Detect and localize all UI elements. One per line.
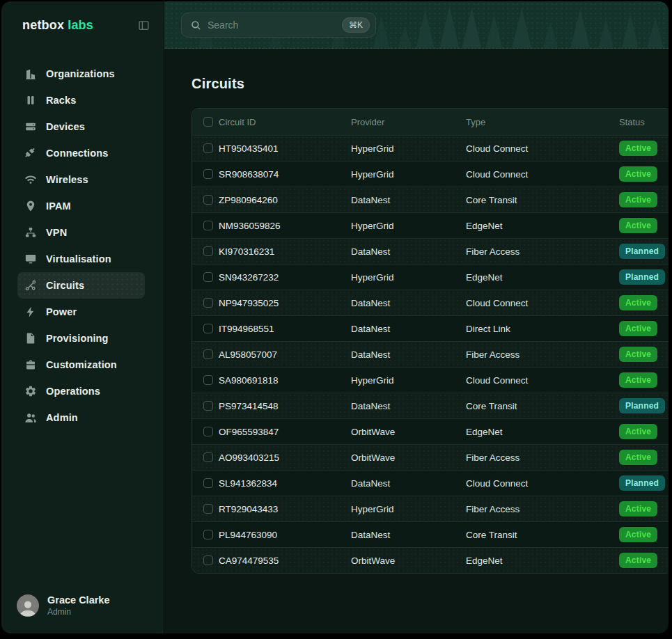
search-bar[interactable]: ⌘K [181,13,376,38]
cell-provider: HyperGrid [351,221,466,231]
table-row[interactable]: ZP980964260DataNestCore TransitActive [192,187,669,212]
cell-provider: OrbitWave [351,555,466,566]
cell-type: Cloud Connect [466,169,619,180]
row-checkbox[interactable] [203,298,213,308]
row-checkbox[interactable] [203,324,213,333]
sidebar-item-admin[interactable]: Admin [17,404,145,431]
table-row[interactable]: PS973414548DataNestCore TransitPlanned [192,393,669,418]
cell-circuit-id: IT994968551 [219,324,351,334]
app-window: netboxlabs OrganizationsRacksDevicesConn… [1,1,669,633]
status-badge: Planned [619,398,665,413]
row-checkbox[interactable] [203,143,213,153]
table-row[interactable]: PL944763090DataNestCore TransitActive [192,521,669,547]
row-checkbox[interactable] [203,221,213,230]
status-badge: Active [619,295,657,310]
row-checkbox[interactable] [203,504,213,514]
status-badge: Active [619,192,657,207]
row-checkbox[interactable] [203,246,213,256]
table-row[interactable]: SA980691818HyperGridCloud ConnectActive [192,367,669,393]
cell-circuit-id: NP947935025 [219,298,351,308]
table-row[interactable]: KI970316231DataNestFiber AccessPlanned [192,238,669,264]
row-checkbox[interactable] [203,349,213,359]
column-header-type: Type [466,117,619,127]
sidebar-item-virtualisation[interactable]: Virtualisation [17,246,145,272]
sidebar-item-label: Virtualisation [46,253,111,265]
row-checkbox[interactable] [203,375,213,385]
sidebar-item-racks[interactable]: Racks [17,87,145,113]
row-checkbox[interactable] [203,478,213,488]
table-row[interactable]: SN943267232HyperGridEdgeNetPlanned [192,264,669,290]
cell-provider: DataNest [351,298,466,308]
cell-type: Cloud Connect [466,375,619,386]
table-header-row: Circuit ID Provider Type Status [192,109,669,135]
row-checkbox[interactable] [203,530,213,539]
table-row[interactable]: OF965593847OrbitWaveEdgeNetActive [192,418,669,444]
cell-provider: DataNest [351,530,466,540]
sidebar-item-provisioning[interactable]: Provisioning [17,325,145,352]
table-row[interactable]: AL958057007DataNestFiber AccessActive [192,341,669,367]
table-row[interactable]: SR908638074HyperGridCloud ConnectActive [192,161,669,187]
table-row[interactable]: NM936059826HyperGridEdgeNetActive [192,212,669,238]
row-checkbox[interactable] [203,452,213,462]
sidebar-item-connections[interactable]: Connections [17,140,145,166]
monitor-icon [24,253,37,265]
status-badge: Active [619,166,657,182]
cell-circuit-id: NM936059826 [219,221,351,231]
cell-provider: OrbitWave [351,427,466,437]
cell-provider: DataNest [351,195,466,205]
row-checkbox[interactable] [203,169,213,179]
status-badge: Active [619,218,657,233]
search-input[interactable] [208,19,342,31]
gear-icon [24,385,37,397]
cell-type: Cloud Connect [466,298,619,308]
sidebar-collapse-icon[interactable] [138,19,150,31]
sidebar-item-label: Organizations [46,68,115,79]
cell-circuit-id: HT950435401 [219,143,351,154]
row-checkbox[interactable] [203,401,213,411]
sidebar-item-customization[interactable]: Customization [17,352,145,378]
row-checkbox[interactable] [203,272,213,282]
cell-type: Fiber Access [466,246,619,257]
table-row[interactable]: RT929043433HyperGridFiber AccessActive [192,496,669,521]
sidebar-item-vpn[interactable]: VPN [17,219,145,246]
cell-provider: DataNest [351,246,466,257]
search-icon [190,19,201,31]
column-header-status: Status [619,117,669,127]
cell-type: Cloud Connect [466,143,619,154]
row-checkbox[interactable] [203,555,213,565]
sidebar-item-ipam[interactable]: IPAM [17,193,145,219]
cell-type: Direct Link [466,324,619,334]
sidebar-item-operations[interactable]: Operations [17,378,145,404]
sidebar-item-label: Connections [46,148,108,159]
cell-circuit-id: AL958057007 [219,349,351,360]
cell-type: Cloud Connect [466,478,619,489]
user-role: Admin [47,607,109,617]
cell-provider: HyperGrid [351,272,466,283]
briefcase-icon [24,358,37,371]
cell-circuit-id: CA974479535 [219,555,351,566]
table-row[interactable]: IT994968551DataNestDirect LinkActive [192,315,669,341]
sidebar-item-circuits[interactable]: Circuits [17,272,145,299]
sidebar-item-organizations[interactable]: Organizations [17,61,145,87]
user-block[interactable]: Grace Clarke Admin [1,585,164,633]
sidebar-item-label: Customization [46,359,117,370]
select-all-checkbox[interactable] [203,117,213,127]
cell-type: EdgeNet [466,221,619,231]
table-row[interactable]: AO993403215OrbitWaveFiber AccessActive [192,444,669,470]
table-row[interactable]: SL941362834DataNestCloud ConnectPlanned [192,470,669,496]
row-checkbox[interactable] [203,427,213,436]
bolt-icon [24,306,37,318]
cell-type: Core Transit [466,401,619,411]
cell-circuit-id: ZP980964260 [219,195,351,205]
cell-provider: OrbitWave [351,452,466,463]
table-row[interactable]: NP947935025DataNestCloud ConnectActive [192,290,669,315]
table-row[interactable]: HT950435401HyperGridCloud ConnectActive [192,135,669,161]
row-checkbox[interactable] [203,195,213,205]
sidebar-item-devices[interactable]: Devices [17,113,145,140]
sidebar-item-power[interactable]: Power [17,299,145,325]
sidebar-item-wireless[interactable]: Wireless [17,166,145,193]
sidebar-nav: OrganizationsRacksDevicesConnectionsWire… [1,61,164,431]
logo: netboxlabs [22,18,93,33]
sidebar-item-label: Admin [46,412,78,423]
table-row[interactable]: CA974479535OrbitWaveEdgeNetActive [192,547,669,573]
